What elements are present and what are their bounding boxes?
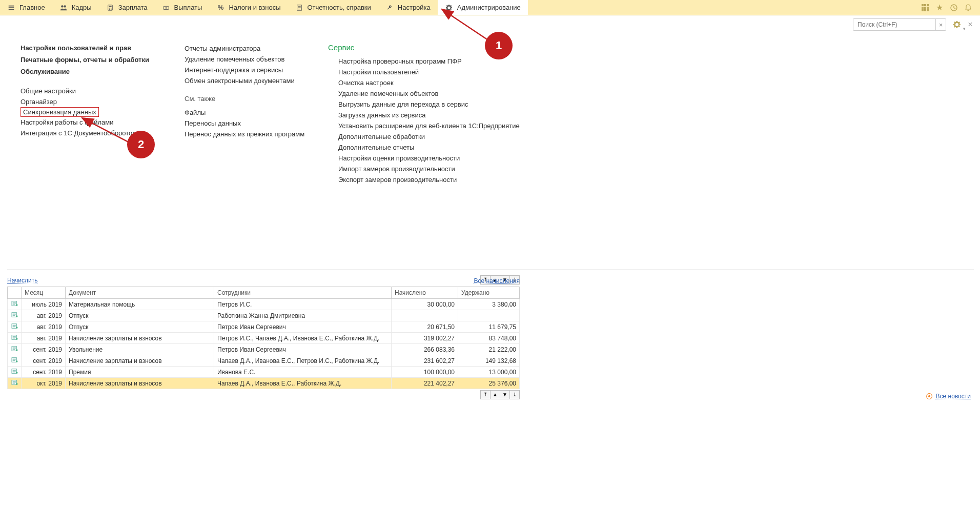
col-accrued[interactable]: Начислено [392,287,458,299]
service-link-3[interactable]: Удаление помеченных объектов [328,88,520,99]
link-all-accruals[interactable]: Все начисления [474,277,520,285]
service-link-11[interactable]: Экспорт замеров производительности [328,174,520,185]
cell-accrued: 319 002,27 [392,333,458,344]
admin-col-service: Сервис Настройка проверочных программ ПФ… [328,43,520,254]
cell-employees: Чапаев Д.А., Иванова Е.С., Петров И.С., … [214,355,392,367]
svg-rect-16 [927,7,929,9]
cell-employees: Петров И.С., Чапаев Д.А., Иванова Е.С., … [214,333,392,344]
cell-employees: Чапаев Д.А., Иванова Е.С., Работкина Ж.Д… [214,378,392,389]
service-link-6[interactable]: Установить расширение для веб-клиента 1С… [328,120,520,131]
bell-icon[interactable] [964,3,973,12]
view-settings-button[interactable] [951,19,963,30]
col-doc[interactable]: Документ [66,287,214,299]
service-link-1[interactable]: Настройки пользователей [328,67,520,77]
close-panel-button[interactable]: × [966,20,975,29]
service-link-2[interactable]: Очистка настроек [328,77,520,88]
group-maintenance[interactable]: Обслуживание [21,67,154,76]
link-data-sync[interactable]: Синхронизация данных [21,107,99,117]
table-row[interactable]: авг. 2019Начисление зарплаты и взносовПе… [8,333,520,344]
link-edoc-exchange[interactable]: Обмен электронными документами [185,75,297,86]
cell-doc: Начисление зарплаты и взносов [66,355,214,367]
calc-icon [106,4,114,12]
link-delete-marked[interactable]: Удаление помеченных объектов [185,54,297,65]
menu-item-admin[interactable]: Администрирование [438,0,528,15]
link-1c-doc-integration[interactable]: Интеграция с 1С:Документооборотом [21,128,154,138]
link-organizer[interactable]: Органайзер [21,96,154,107]
menu-item-payments[interactable]: Выплаты [155,0,210,15]
table-row[interactable]: авг. 2019ОтпускПетров Иван Сергеевич20 6… [8,321,520,333]
cell-doc: Начисление зарплаты и взносов [66,378,214,389]
gear-icon [445,4,453,12]
svg-point-4 [109,8,110,9]
admin-col-1: Настройки пользователей и прав Печатные … [21,43,154,254]
link-file-settings[interactable]: Настройки работы с файлами [21,117,154,128]
col-employees[interactable]: Сотрудники [214,287,392,299]
percent-icon: % [216,4,224,12]
link-admin-reports[interactable]: Отчеты администратора [185,43,297,54]
nav-last-bottom[interactable]: ⤓ [509,390,520,399]
cell-month: авг. 2019 [22,321,66,333]
col-month[interactable]: Месяц [22,287,66,299]
table-row[interactable]: сент. 2019УвольнениеПетров Иван Сергееви… [8,344,520,355]
accruals-table: Месяц Документ Сотрудники Начислено Удер… [7,287,520,389]
link-all-news[interactable]: Все новости [936,393,971,400]
group-print-forms[interactable]: Печатные формы, отчеты и обработки [21,55,154,65]
cell-accrued: 30 000,00 [392,299,458,310]
table-row[interactable]: сент. 2019Начисление зарплаты и взносовЧ… [8,355,520,367]
svg-rect-12 [924,4,926,6]
menu-item-hr[interactable]: Кадры [52,0,99,15]
cell-employees: Петров И.С. [214,299,392,310]
menu-item-taxes[interactable]: % Налоги и взносы [209,0,288,15]
group-users-rights[interactable]: Настройки пользователей и прав [21,43,154,53]
service-link-4[interactable]: Выгрузить данные для перехода в сервис [328,99,520,110]
menu-item-main[interactable]: Главное [0,0,52,15]
svg-rect-15 [924,7,926,9]
history-icon[interactable] [949,3,958,12]
money-icon [162,4,170,12]
service-link-7[interactable]: Дополнительные обработки [328,131,520,142]
service-link-0[interactable]: Настройка проверочных программ ПФР [328,56,520,67]
link-files[interactable]: Файлы [185,107,297,118]
nav-down-bottom[interactable]: ▼ [500,390,510,399]
cell-withheld: 3 380,00 [458,299,520,310]
svg-point-6 [109,9,110,10]
nav-buttons-bottom: ⤒ ▲ ▼ ⤓ [7,390,520,399]
service-link-10[interactable]: Импорт замеров производительности [328,164,520,174]
svg-point-0 [61,5,63,7]
cell-employees: Иванова Е.С. [214,367,392,378]
cell-withheld: 13 000,00 [458,367,520,378]
cell-employees: Петров Иван Сергеевич [214,321,392,333]
service-link-9[interactable]: Настройки оценки производительности [328,153,520,164]
link-accrue[interactable]: Начислить [7,277,37,284]
cell-employees: Работкина Жанна Дмитриевна [214,310,392,321]
row-icon [8,355,22,367]
apps-icon[interactable] [921,3,930,12]
nav-first-bottom[interactable]: ⤒ [480,390,491,399]
link-legacy-transfer[interactable]: Перенос данных из прежних программ [185,129,297,139]
link-general-settings[interactable]: Общие настройки [21,86,154,96]
service-link-5[interactable]: Загрузка данных из сервиса [328,110,520,120]
row-icon [8,299,22,310]
svg-point-7 [111,9,112,10]
table-row[interactable]: сент. 2019ПремияИванова Е.С.100 000,0013… [8,367,520,378]
menu-item-reports[interactable]: Отчетность, справки [288,0,378,15]
row-icon [8,321,22,333]
link-internet-support[interactable]: Интернет-поддержка и сервисы [185,65,297,75]
search-clear-button[interactable]: × [935,19,946,30]
table-row[interactable]: июль 2019Материальная помощьПетров И.С.3… [8,299,520,310]
service-link-8[interactable]: Дополнительные отчеты [328,142,520,153]
cell-withheld: 25 376,00 [458,378,520,389]
row-icon [8,333,22,344]
col-withheld[interactable]: Удержано [458,287,520,299]
search-box: × [853,18,946,31]
menu-label: Отчетность, справки [308,4,371,11]
table-row[interactable]: окт. 2019Начисление зарплаты и взносовЧа… [8,378,520,389]
menu-item-settings[interactable]: Настройка [378,0,438,15]
table-row[interactable]: авг. 2019ОтпускРаботкина Жанна Дмитриевн… [8,310,520,321]
link-data-transfers[interactable]: Переносы данных [185,118,297,129]
search-input[interactable] [853,19,935,30]
star-icon[interactable]: ★ [935,3,944,12]
menu-item-salary[interactable]: Зарплата [99,0,155,15]
svg-rect-18 [924,9,926,11]
nav-up-bottom[interactable]: ▲ [490,390,500,399]
